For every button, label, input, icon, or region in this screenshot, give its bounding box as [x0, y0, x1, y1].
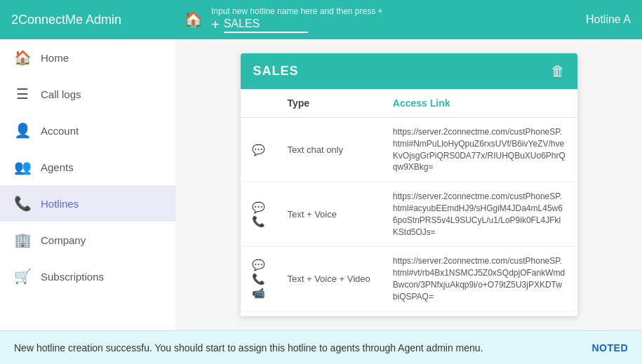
sidebar-label-company: Company [41, 234, 86, 246]
home-sidebar-icon: 🏠 [14, 49, 31, 66]
hotlines-icon: 📞 [14, 195, 31, 212]
sidebar-item-hotlines[interactable]: 📞 Hotlines [0, 185, 175, 222]
app-title-area: 2ConnectMe Admin [0, 0, 175, 39]
sidebar-label-agents: Agents [41, 161, 74, 173]
col-type-header: Type [276, 89, 382, 118]
col-icon-header [241, 89, 276, 118]
table-row: 💬 Text chat only https://server.2connect… [241, 118, 577, 182]
sidebar-item-company[interactable]: 🏢 Company [0, 222, 175, 258]
sidebar-item-subscriptions[interactable]: 🛒 Subscriptions [0, 258, 175, 295]
video-icon: 📹 [252, 287, 265, 299]
sidebar: 🏠 Home ☰ Call logs 👤 Account 👥 Agents 📞 … [0, 39, 175, 330]
row1-link: https://server.2connectme.com/custPhoneS… [382, 118, 577, 182]
hotline-card-title: SALES [253, 64, 299, 79]
row2-icon-cell: 💬 📞 [241, 182, 276, 247]
chat-icon: 💬 [252, 144, 265, 156]
call-logs-icon: ☰ [14, 86, 31, 102]
col-access-link-header: Access Link [382, 89, 577, 118]
app-title: 2ConnectMe Admin [11, 13, 121, 27]
sidebar-label-account: Account [41, 125, 79, 137]
sidebar-label-hotlines: Hotlines [41, 198, 79, 210]
notification-text: New hotline creation successfu. You shou… [14, 342, 581, 353]
hotline-card-header: SALES 🗑 [241, 53, 577, 89]
table-row: 💬 📞 📹 Text + Voice + Video https://serve… [241, 247, 577, 311]
table-row: 💬 📞 Text + Voice https://server.2connect… [241, 182, 577, 247]
row3-icon-cell: 💬 📞 📹 [241, 247, 276, 311]
home-icon[interactable]: 🏠 [184, 11, 203, 29]
phone-icon: 📞 [252, 215, 265, 228]
notification-bar: New hotline creation successfu. You shou… [0, 330, 642, 364]
row2-type-label: Text + Voice [276, 182, 382, 247]
row1-type-label: Text chat only [276, 118, 382, 182]
top-bar-right-label: Hotline A [586, 13, 642, 26]
top-bar: 2ConnectMe Admin 🏠 Input new hotline nam… [0, 0, 642, 39]
row3-type-icons: 💬 📞 📹 [252, 259, 265, 299]
content-area: SALES 🗑 Type Access Link [175, 39, 642, 330]
sidebar-label-home: Home [41, 52, 69, 64]
sidebar-item-call-logs[interactable]: ☰ Call logs [0, 76, 175, 112]
company-icon: 🏢 [14, 231, 31, 248]
row1-type-icons: 💬 [252, 144, 265, 156]
chat-icon: 💬 [252, 259, 265, 271]
hotline-name-input[interactable] [224, 16, 308, 33]
hotline-card: SALES 🗑 Type Access Link [241, 53, 577, 316]
chat-icon: 💬 [252, 201, 265, 214]
add-hotline-area: Input new hotline name here and then pre… [211, 6, 383, 33]
add-hotline-input-row: + [211, 16, 383, 33]
sidebar-label-subscriptions: Subscriptions [41, 271, 104, 283]
sidebar-label-call-logs: Call logs [41, 88, 81, 100]
phone-icon: 📞 [252, 273, 265, 285]
add-icon[interactable]: + [211, 17, 220, 33]
row3-type-label: Text + Voice + Video [276, 247, 382, 311]
row2-link: https://server.2connectme.com/custPhoneS… [382, 182, 577, 247]
main-layout: 🏠 Home ☰ Call logs 👤 Account 👥 Agents 📞 … [0, 39, 642, 330]
hotline-table: Type Access Link 💬 Text chat only [241, 89, 577, 312]
top-bar-center: 🏠 Input new hotline name here and then p… [175, 6, 586, 33]
sidebar-item-account[interactable]: 👤 Account [0, 112, 175, 149]
add-hotline-hint: Input new hotline name here and then pre… [211, 6, 383, 16]
sidebar-item-home[interactable]: 🏠 Home [0, 39, 175, 76]
subscriptions-icon: 🛒 [14, 268, 31, 285]
delete-hotline-icon[interactable]: 🗑 [551, 63, 565, 79]
row1-icon-cell: 💬 [241, 118, 276, 182]
row3-link: https://server.2connectme.com/custPhoneS… [382, 247, 577, 311]
row2-type-icons: 💬 📞 [252, 201, 265, 228]
account-icon: 👤 [14, 122, 31, 139]
sidebar-item-agents[interactable]: 👥 Agents [0, 149, 175, 185]
noted-button[interactable]: NOTED [592, 342, 629, 353]
agents-icon: 👥 [14, 159, 31, 175]
